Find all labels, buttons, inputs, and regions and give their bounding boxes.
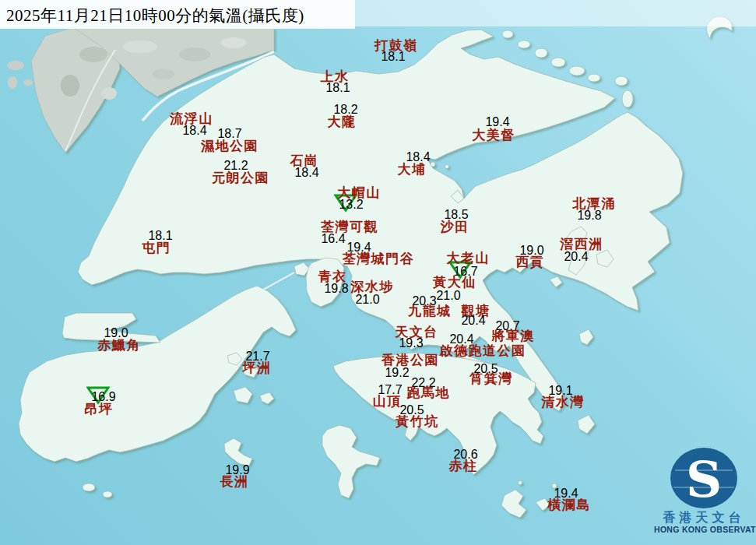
station-label: 青衣 [318,270,347,283]
station-label: 坪洲 [243,361,272,374]
station-label: 山頂 [373,395,402,408]
station-value: 19.4 [485,116,509,128]
station-value: 19.2 [385,367,409,379]
hko-logo-english: HONG KONG OBSERVATORY [654,525,754,535]
station-value: 13.2 [339,199,363,211]
station-label: 大帽山 [337,186,381,199]
station-value: 20.5 [399,404,424,417]
station-label: 西貢 [516,255,545,269]
station-value: 16.4 [321,233,345,245]
station-value: 20.3 [412,295,436,308]
station-value: 20.4 [461,315,485,327]
station-value: 18.7 [217,128,241,140]
station-value: 18.5 [444,209,468,221]
station-label: 啟德跑道公園 [440,344,526,357]
station-value: 18.4 [406,151,430,164]
hko-logo: S 香港天文台 HONG KONG OBSERVATORY [654,445,754,543]
station-value: 19.3 [399,337,423,350]
station-label: 荃灣城門谷 [343,252,415,265]
station-label: 昂坪 [85,403,114,416]
station-value: 17.7 [378,384,402,396]
station-value: 18.2 [333,104,357,116]
station-label: 橫瀾島 [547,498,591,512]
station-label: 沙田 [441,220,469,234]
station-label: 大隴 [328,115,357,128]
station-value: 18.4 [182,125,206,137]
station-label: 元朗公園 [212,171,269,185]
station-value: 20.5 [473,363,498,375]
station-value: 21.2 [223,160,248,172]
station-label: 香港公園 [382,353,439,367]
station-value: 21.0 [436,290,460,302]
station-value: 16.9 [91,391,115,403]
station-label: 石崗 [290,154,319,167]
hko-logo-chinese: 香港天文台 [654,511,754,525]
station-label: 濕地公園 [201,139,258,153]
station-value: 21.0 [355,294,379,306]
stations-layer: 打鼓嶺18.1上水18.1大隴18.2流浮山18.4濕地公園18.7元朗公園21… [0,0,756,545]
station-value: 18.4 [294,167,318,179]
station-value: 20.6 [453,448,477,461]
station-label: 滘西洲 [560,237,603,251]
station-value: 19.1 [548,385,572,397]
station-label: 北潭涌 [572,197,616,210]
station-value: 20.4 [564,251,588,263]
station-value: 22.2 [411,377,435,389]
station-label: 黃竹坑 [396,415,439,428]
station-value: 19.8 [324,283,348,295]
station-value: 19.4 [346,241,371,254]
station-value: 19.4 [554,487,578,500]
station-value: 21.7 [245,350,269,363]
temperature-map: 2025年11月21日10時00分的氣溫(攝氏度) 打鼓嶺18.1上水18.1大… [0,0,756,545]
station-value: 19.9 [225,464,249,476]
station-label: 大老山 [446,251,490,265]
station-value: 18.1 [325,82,350,94]
station-value: 19.8 [577,209,601,222]
station-label: 深水埗 [350,280,394,294]
station-label: 赤鱲角 [97,339,141,352]
station-value: 18.1 [381,51,405,63]
svg-text:S: S [686,450,722,508]
station-label: 赤柱 [449,459,478,473]
station-value: 20.4 [449,333,473,346]
station-value: 19.0 [519,244,543,257]
station-label: 大美督 [472,128,515,142]
station-label: 清水灣 [541,396,585,409]
station-label: 黃大仙 [433,276,476,289]
station-value: 18.1 [148,230,172,242]
station-label: 長洲 [220,475,249,488]
hko-logo-mark: S [658,445,750,511]
station-value: 20.7 [495,320,519,332]
station-value: 19.0 [104,327,128,339]
station-label: 屯門 [142,241,171,255]
station-label: 大埔 [398,163,427,176]
station-label: 流浮山 [170,112,213,125]
station-label: 荃灣可觀 [321,220,378,234]
